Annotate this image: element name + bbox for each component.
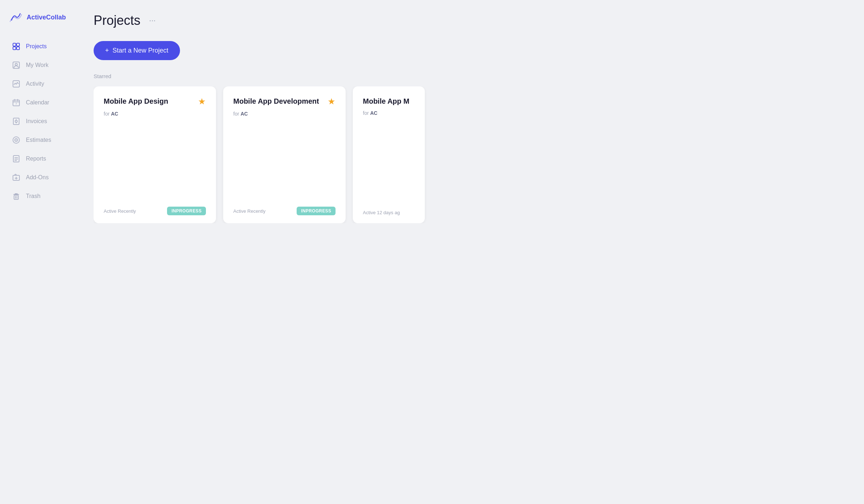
sidebar-item-label: Trash: [26, 193, 40, 199]
sidebar-item-invoices[interactable]: Invoices: [3, 112, 76, 130]
new-project-button[interactable]: + Start a New Project: [94, 41, 180, 60]
status-badge: INPROGRESS: [167, 207, 206, 215]
reports-icon: [12, 154, 21, 163]
sidebar-item-my-work[interactable]: My Work: [3, 56, 76, 74]
sidebar-item-label: Estimates: [26, 137, 51, 143]
sidebar-item-label: Calendar: [26, 99, 49, 106]
more-options-button[interactable]: ···: [146, 14, 158, 27]
sidebar-item-trash[interactable]: Trash: [3, 187, 76, 205]
card-header: Mobile App M: [363, 96, 415, 106]
sidebar-item-activity[interactable]: Activity: [3, 75, 76, 93]
project-card-partial[interactable]: Mobile App M for AC Active 12 days ag: [353, 86, 425, 223]
activity-text: Active 12 days ag: [363, 210, 400, 215]
sidebar-item-label: Projects: [26, 43, 47, 50]
projects-icon: [12, 42, 21, 51]
app-name: ActiveCollab: [27, 14, 66, 21]
calendar-icon: 7: [12, 98, 21, 107]
main-content: Projects ··· + Start a New Project Starr…: [79, 0, 518, 299]
svg-rect-1: [17, 43, 19, 46]
star-icon: ★: [328, 96, 336, 107]
sidebar-item-label: Add-Ons: [26, 174, 49, 181]
sidebar-item-label: Invoices: [26, 118, 47, 125]
activity-icon: [12, 79, 21, 89]
svg-rect-2: [13, 47, 16, 50]
card-body: [104, 120, 206, 207]
sidebar-item-add-ons[interactable]: Add-Ons: [3, 168, 76, 186]
star-icon: ★: [198, 96, 206, 107]
project-card[interactable]: Mobile App Development ★ for AC Active R…: [223, 86, 346, 223]
plus-icon: +: [105, 47, 109, 54]
sidebar-item-estimates[interactable]: Estimates: [3, 131, 76, 149]
sidebar-item-label: Reports: [26, 156, 46, 162]
app-logo[interactable]: ActiveCollab: [0, 10, 79, 37]
estimates-icon: [12, 135, 21, 145]
trash-icon: [12, 192, 21, 201]
my-work-icon: [12, 60, 21, 70]
projects-grid: Mobile App Design ★ for AC Active Recent…: [94, 86, 504, 223]
svg-point-5: [15, 63, 17, 66]
card-body: [233, 120, 336, 207]
card-client: for AC: [363, 110, 415, 116]
sidebar-item-reports[interactable]: Reports: [3, 150, 76, 168]
sidebar-item-label: My Work: [26, 62, 49, 68]
sidebar-item-calendar[interactable]: 7 Calendar: [3, 94, 76, 112]
logo-icon: [9, 10, 23, 24]
activity-text: Active Recently: [233, 208, 266, 214]
page-header: Projects ···: [94, 13, 504, 28]
card-header: Mobile App Design ★: [104, 96, 206, 107]
invoices-icon: [12, 117, 21, 126]
project-title: Mobile App Development: [233, 96, 328, 106]
svg-rect-0: [13, 43, 16, 46]
svg-rect-3: [17, 47, 19, 50]
svg-point-18: [16, 140, 17, 141]
sidebar-item-projects[interactable]: Projects: [3, 37, 76, 55]
svg-rect-26: [14, 195, 18, 199]
status-badge: INPROGRESS: [297, 207, 336, 215]
card-body: [363, 119, 415, 210]
svg-rect-12: [13, 118, 19, 125]
project-card[interactable]: Mobile App Design ★ for AC Active Recent…: [94, 86, 216, 223]
card-header: Mobile App Development ★: [233, 96, 336, 107]
sidebar-nav: Projects My Work Activity: [0, 37, 79, 205]
svg-text:7: 7: [15, 103, 17, 105]
page-title: Projects: [94, 13, 140, 28]
activity-text: Active Recently: [104, 208, 136, 214]
card-client: for AC: [104, 111, 206, 117]
new-project-label: Start a New Project: [113, 47, 168, 54]
sidebar: ActiveCollab Projects: [0, 0, 79, 299]
project-title: Mobile App Design: [104, 96, 198, 106]
project-title: Mobile App M: [363, 96, 415, 106]
card-client: for AC: [233, 111, 336, 117]
card-footer: Active Recently INPROGRESS: [104, 207, 206, 215]
card-footer: Active 12 days ag: [363, 210, 415, 215]
starred-section-label: Starred: [94, 73, 504, 79]
card-footer: Active Recently INPROGRESS: [233, 207, 336, 215]
sidebar-item-label: Activity: [26, 81, 44, 87]
add-ons-icon: [12, 173, 21, 182]
